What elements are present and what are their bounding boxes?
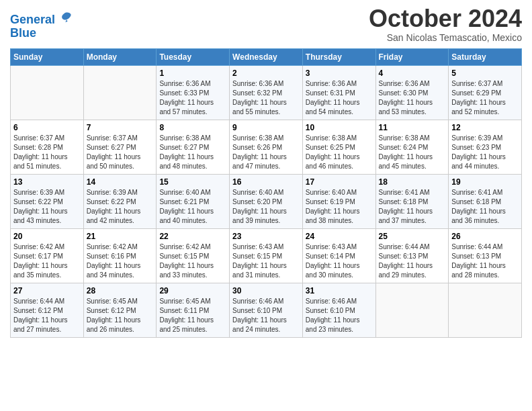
day-number: 5 (451, 68, 519, 78)
day-number: 28 (87, 286, 154, 295)
calendar-cell: 18Sunrise: 6:41 AM Sunset: 6:18 PM Dayli… (375, 175, 449, 229)
col-saturday: Saturday (449, 49, 522, 66)
day-number: 23 (232, 232, 300, 241)
col-wednesday: Wednesday (230, 49, 303, 66)
day-info: Sunrise: 6:45 AM Sunset: 6:12 PM Dayligh… (87, 297, 154, 334)
calendar-cell: 7Sunrise: 6:37 AM Sunset: 6:27 PM Daylig… (83, 120, 157, 175)
day-number: 21 (87, 232, 154, 241)
calendar-cell (11, 66, 84, 120)
col-sunday: Sunday (11, 49, 84, 66)
day-info: Sunrise: 6:38 AM Sunset: 6:26 PM Dayligh… (232, 134, 300, 171)
calendar-cell: 20Sunrise: 6:42 AM Sunset: 6:17 PM Dayli… (11, 229, 84, 283)
calendar-cell: 30Sunrise: 6:46 AM Sunset: 6:10 PM Dayli… (230, 283, 303, 338)
logo-general: General (10, 13, 55, 26)
calendar-cell: 29Sunrise: 6:45 AM Sunset: 6:11 PM Dayli… (157, 283, 230, 338)
day-info: Sunrise: 6:40 AM Sunset: 6:21 PM Dayligh… (159, 188, 226, 226)
day-info: Sunrise: 6:36 AM Sunset: 6:33 PM Dayligh… (159, 79, 226, 117)
day-info: Sunrise: 6:38 AM Sunset: 6:24 PM Dayligh… (379, 134, 446, 171)
calendar-cell: 19Sunrise: 6:41 AM Sunset: 6:18 PM Dayli… (449, 175, 522, 229)
day-number: 13 (13, 177, 81, 187)
day-info: Sunrise: 6:36 AM Sunset: 6:31 PM Dayligh… (306, 79, 373, 117)
calendar-cell: 31Sunrise: 6:46 AM Sunset: 6:10 PM Dayli… (302, 283, 375, 338)
day-number: 24 (306, 232, 373, 241)
calendar-cell: 4Sunrise: 6:36 AM Sunset: 6:30 PM Daylig… (375, 66, 449, 120)
week-row-5: 27Sunrise: 6:44 AM Sunset: 6:12 PM Dayli… (11, 283, 522, 338)
calendar-cell (375, 283, 449, 338)
col-thursday: Thursday (302, 49, 375, 66)
day-info: Sunrise: 6:40 AM Sunset: 6:20 PM Dayligh… (232, 188, 300, 226)
day-number: 15 (159, 177, 226, 187)
day-info: Sunrise: 6:44 AM Sunset: 6:13 PM Dayligh… (451, 242, 519, 280)
day-info: Sunrise: 6:42 AM Sunset: 6:15 PM Dayligh… (159, 242, 226, 280)
day-number: 30 (232, 286, 300, 295)
day-number: 7 (87, 123, 154, 132)
day-info: Sunrise: 6:39 AM Sunset: 6:23 PM Dayligh… (451, 134, 519, 171)
logo: General Blue (10, 10, 73, 40)
day-info: Sunrise: 6:44 AM Sunset: 6:12 PM Dayligh… (13, 297, 81, 334)
calendar-cell: 2Sunrise: 6:36 AM Sunset: 6:32 PM Daylig… (230, 66, 303, 120)
calendar-table: Sunday Monday Tuesday Wednesday Thursday… (10, 48, 522, 338)
day-info: Sunrise: 6:36 AM Sunset: 6:30 PM Dayligh… (379, 79, 446, 117)
day-info: Sunrise: 6:38 AM Sunset: 6:27 PM Dayligh… (159, 134, 226, 171)
calendar-cell: 16Sunrise: 6:40 AM Sunset: 6:20 PM Dayli… (230, 175, 303, 229)
day-info: Sunrise: 6:36 AM Sunset: 6:32 PM Dayligh… (232, 79, 300, 117)
day-number: 18 (379, 177, 446, 187)
calendar-cell: 25Sunrise: 6:44 AM Sunset: 6:13 PM Dayli… (375, 229, 449, 283)
header-row: Sunday Monday Tuesday Wednesday Thursday… (11, 49, 522, 66)
day-number: 10 (306, 123, 373, 132)
col-monday: Monday (83, 49, 157, 66)
day-number: 6 (13, 123, 81, 132)
day-number: 17 (306, 177, 373, 187)
logo-bird-icon (60, 10, 73, 24)
calendar-cell: 24Sunrise: 6:43 AM Sunset: 6:14 PM Dayli… (302, 229, 375, 283)
calendar-cell: 22Sunrise: 6:42 AM Sunset: 6:15 PM Dayli… (157, 229, 230, 283)
day-number: 1 (159, 68, 226, 78)
calendar-cell: 14Sunrise: 6:39 AM Sunset: 6:22 PM Dayli… (83, 175, 157, 229)
day-info: Sunrise: 6:46 AM Sunset: 6:10 PM Dayligh… (306, 297, 373, 334)
day-number: 4 (379, 68, 446, 78)
logo-blue: Blue (10, 27, 36, 40)
day-number: 3 (306, 68, 373, 78)
day-number: 11 (379, 123, 446, 132)
day-number: 8 (159, 123, 226, 132)
day-number: 2 (232, 68, 300, 78)
day-number: 9 (232, 123, 300, 132)
day-number: 25 (379, 232, 446, 241)
day-number: 12 (451, 123, 519, 132)
calendar-cell (83, 66, 157, 120)
day-info: Sunrise: 6:37 AM Sunset: 6:29 PM Dayligh… (451, 79, 519, 117)
day-number: 22 (159, 232, 226, 241)
week-row-2: 6Sunrise: 6:37 AM Sunset: 6:28 PM Daylig… (11, 120, 522, 175)
calendar-cell: 5Sunrise: 6:37 AM Sunset: 6:29 PM Daylig… (449, 66, 522, 120)
calendar-cell: 6Sunrise: 6:37 AM Sunset: 6:28 PM Daylig… (11, 120, 84, 175)
col-friday: Friday (375, 49, 449, 66)
calendar-cell: 10Sunrise: 6:38 AM Sunset: 6:25 PM Dayli… (302, 120, 375, 175)
day-number: 14 (87, 177, 154, 187)
calendar-cell: 23Sunrise: 6:43 AM Sunset: 6:15 PM Dayli… (230, 229, 303, 283)
calendar-header: Sunday Monday Tuesday Wednesday Thursday… (11, 49, 522, 66)
calendar-cell: 17Sunrise: 6:40 AM Sunset: 6:19 PM Dayli… (302, 175, 375, 229)
day-number: 29 (159, 286, 226, 295)
col-tuesday: Tuesday (157, 49, 230, 66)
day-number: 19 (451, 177, 519, 187)
day-number: 26 (451, 232, 519, 241)
header: General Blue October 2024 San Nicolas Te… (10, 7, 522, 43)
month-title: October 2024 (369, 7, 522, 31)
day-number: 31 (306, 286, 373, 295)
day-info: Sunrise: 6:45 AM Sunset: 6:11 PM Dayligh… (159, 297, 226, 334)
day-info: Sunrise: 6:37 AM Sunset: 6:27 PM Dayligh… (87, 134, 154, 171)
calendar-cell: 28Sunrise: 6:45 AM Sunset: 6:12 PM Dayli… (83, 283, 157, 338)
calendar-cell: 13Sunrise: 6:39 AM Sunset: 6:22 PM Dayli… (11, 175, 84, 229)
week-row-4: 20Sunrise: 6:42 AM Sunset: 6:17 PM Dayli… (11, 229, 522, 283)
day-info: Sunrise: 6:44 AM Sunset: 6:13 PM Dayligh… (379, 242, 446, 280)
day-info: Sunrise: 6:42 AM Sunset: 6:16 PM Dayligh… (87, 242, 154, 280)
day-number: 16 (232, 177, 300, 187)
day-number: 27 (13, 286, 81, 295)
day-info: Sunrise: 6:41 AM Sunset: 6:18 PM Dayligh… (379, 188, 446, 226)
logo-text: General (10, 10, 73, 27)
calendar-cell: 12Sunrise: 6:39 AM Sunset: 6:23 PM Dayli… (449, 120, 522, 175)
calendar-cell: 3Sunrise: 6:36 AM Sunset: 6:31 PM Daylig… (302, 66, 375, 120)
day-info: Sunrise: 6:43 AM Sunset: 6:15 PM Dayligh… (232, 242, 300, 280)
title-area: October 2024 San Nicolas Temascatio, Mex… (369, 7, 522, 43)
day-info: Sunrise: 6:37 AM Sunset: 6:28 PM Dayligh… (13, 134, 81, 171)
